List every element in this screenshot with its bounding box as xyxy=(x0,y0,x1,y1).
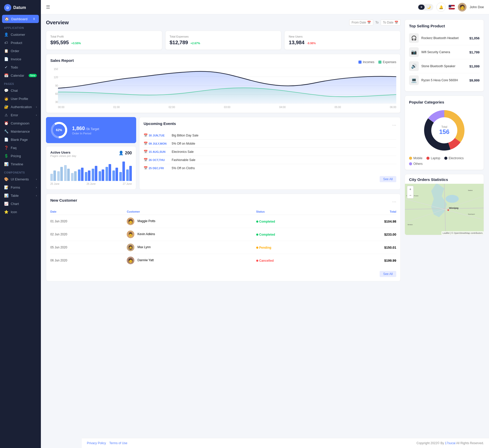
terms-link[interactable]: Terms of Use xyxy=(109,441,127,445)
sidebar-item-error[interactable]: ⚠ Error › xyxy=(0,111,41,119)
product-row: 📷 Wifi Security Camera $1,799 xyxy=(409,45,480,59)
chat-icon: 💬 xyxy=(4,88,8,93)
dashboard-icon: 🏠 xyxy=(5,17,9,21)
sidebar-item-order[interactable]: 📋 Order xyxy=(0,47,41,55)
sidebar-item-todo[interactable]: ✔ Todo xyxy=(0,63,41,71)
bar-group xyxy=(78,168,84,181)
sidebar-item-chat[interactable]: 💬 Chat xyxy=(0,86,41,95)
products-list: 🎧 Rockerz Bluetooth Headset $1,056 📷 Wif… xyxy=(409,31,480,87)
bar xyxy=(60,167,63,181)
stat-value-profit: $95,595 xyxy=(50,40,69,45)
sidebar-item-icon[interactable]: ⭐ Icon xyxy=(0,208,41,216)
col-date: Date xyxy=(50,209,127,215)
mobile-label: Mobile xyxy=(413,156,422,160)
product-icon: 🔊 xyxy=(409,61,419,71)
active-users-sub: Pages views per day xyxy=(50,154,76,157)
sidebar-item-customer[interactable]: 👤 Customer xyxy=(0,30,41,39)
new-customer-card: New Customer ⋯ Date Customer Status Tota… xyxy=(46,194,401,281)
customer-see-all-btn[interactable]: See All xyxy=(380,271,396,277)
sidebar-item-product[interactable]: 🏷 Product xyxy=(0,39,41,47)
svg-text:Selkirk: Selkirk xyxy=(468,189,473,191)
cell-date: 05 Jun 2020 xyxy=(50,241,127,254)
donut-total-label: Total xyxy=(441,125,447,128)
stat-change-newusers: -9.98% xyxy=(307,42,316,45)
events-dots-menu[interactable]: ⋯ xyxy=(392,123,396,128)
sidebar-item-chart[interactable]: 📈 Chart xyxy=(0,200,41,208)
expenses-dot xyxy=(378,61,381,64)
light-mode-btn[interactable]: ☀ xyxy=(418,5,425,10)
footer: Privacy Policy Terms of Use Copyright 20… xyxy=(82,438,489,448)
app-logo[interactable]: D Datum xyxy=(0,0,41,14)
sidebar-item-calendar[interactable]: 📅 Calendar New xyxy=(0,71,41,79)
stat-change-expenses: +2.67% xyxy=(191,42,200,45)
username: John Doe xyxy=(470,5,484,9)
user-avatar[interactable]: 🧑 xyxy=(458,3,467,12)
sidebar-item-comingsoon[interactable]: ⏰ Comingsoon xyxy=(0,119,41,127)
sales-report-title: Sales Report xyxy=(50,58,74,63)
svg-rect-2 xyxy=(449,8,455,9)
category-legend: Mobile Laptop Electronics Others xyxy=(409,156,480,166)
bar xyxy=(67,169,70,181)
bar xyxy=(129,166,132,181)
electronics-dot xyxy=(444,157,447,160)
bar-group xyxy=(64,165,70,181)
cell-total: $199.99 xyxy=(342,254,396,267)
active-users-title: Active Users xyxy=(50,151,76,154)
cell-total: $150.01 xyxy=(342,241,396,254)
language-flag[interactable] xyxy=(449,5,455,9)
to-date-label: To Date xyxy=(383,21,393,24)
sidebar-label-userprofile: User Profile xyxy=(11,97,28,101)
sidebar-item-table[interactable]: 📊 Table › xyxy=(0,191,41,200)
legend-incomes: Incomes xyxy=(358,60,374,64)
order-donut: 62% xyxy=(50,121,68,139)
customer-dots-menu[interactable]: ⋯ xyxy=(392,199,396,204)
cat-mobile: Mobile xyxy=(409,156,422,160)
sidebar-item-userprofile[interactable]: 🧑 User Profile xyxy=(0,95,41,103)
from-date-input[interactable]: From Date 📅 xyxy=(349,19,373,26)
sidebar-label-todo: Todo xyxy=(11,65,18,69)
product-price: $1,799 xyxy=(469,50,480,54)
auth-icon: 🔐 xyxy=(4,105,8,109)
sidebar-item-uielements[interactable]: 🎨 UI Elements › xyxy=(0,175,41,183)
privacy-link[interactable]: Privacy Policy xyxy=(87,441,106,445)
cell-status: Completed xyxy=(256,215,342,228)
dark-mode-btn[interactable]: 🌙 xyxy=(425,5,433,10)
customer-name: Maggie Potts xyxy=(137,219,155,223)
bar xyxy=(71,173,74,181)
events-see-all-btn[interactable]: See All xyxy=(380,176,396,182)
cell-date: 01 Jun 2020 xyxy=(50,215,127,228)
faq-icon: ❓ xyxy=(4,146,8,150)
event-date: 📅 30 JUN,TUE xyxy=(144,133,169,137)
active-users-count: 👤 200 xyxy=(119,151,132,155)
customer-avatar: 🧑 xyxy=(127,257,134,264)
cell-date: 02 Jun 2020 xyxy=(50,228,127,241)
customer-table-body: 01 Jun 2020 🧑 Maggie Potts Completed $10… xyxy=(50,215,396,267)
right-column: Top Selling Product 🎧 Rockerz Bluetooth … xyxy=(405,19,484,433)
map-placeholder: Winnipeg Portage la Prairie Selkirk Stei… xyxy=(405,184,484,235)
customer-avatar: 🧑 xyxy=(127,217,134,225)
sidebar-item-faq[interactable]: ❓ Faq xyxy=(0,144,41,152)
bar-group xyxy=(85,170,90,181)
sidebar-item-invoice[interactable]: 📄 Invoice xyxy=(0,55,41,63)
sidebar-item-pricing[interactable]: 💲 Pricing xyxy=(0,152,41,160)
zoom-in-btn[interactable]: + xyxy=(407,186,413,192)
brand-link[interactable]: 17sucai xyxy=(445,441,455,445)
to-date-input[interactable]: To Date 📅 xyxy=(381,19,401,26)
user-count-value: 200 xyxy=(125,151,132,155)
legend-expenses: Expenses xyxy=(378,60,396,64)
bar xyxy=(57,171,60,181)
notification-btn[interactable]: 🔔 xyxy=(436,3,446,12)
zoom-out-btn[interactable]: − xyxy=(407,192,413,198)
sidebar-item-authentication[interactable]: 🔐 Authentication › xyxy=(0,103,41,111)
order-info: 1,860 /3k Target Order In Period xyxy=(72,125,99,135)
sidebar-item-forms[interactable]: 📝 Forms › xyxy=(0,183,41,191)
theme-toggle[interactable]: ☀ 🌙 xyxy=(417,4,433,10)
menu-icon[interactable]: ☰ xyxy=(46,4,50,10)
sidebar-item-dashboard[interactable]: 🏠 Dashboard 8 xyxy=(2,15,39,23)
sidebar-item-blankpage[interactable]: 📄 Blank Page xyxy=(0,135,41,144)
sidebar-item-maintenance[interactable]: 🔧 Maintenance xyxy=(0,127,41,135)
map-attribution: Leaflet | © OpenStreetMap contributors xyxy=(441,231,484,235)
product-icon: 🏷 xyxy=(4,41,8,45)
sidebar-item-timeline[interactable]: 📊 Timeline xyxy=(0,160,41,168)
forms-icon: 📝 xyxy=(4,185,8,189)
